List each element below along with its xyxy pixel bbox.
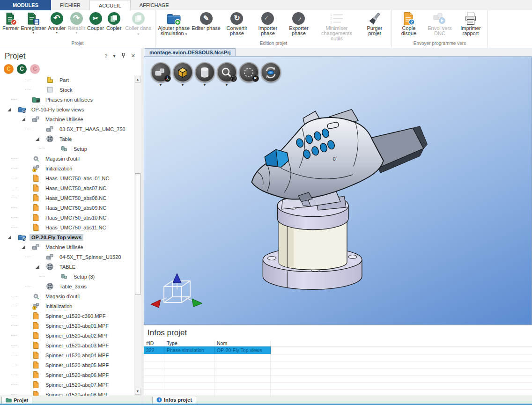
tree-item-spinner-u1520-abq06-mpf[interactable]: Spinner_u1520-abq06.MPF [0,370,134,380]
app-tab-fichier[interactable]: FICHIER [51,0,89,10]
tree-item-spinner-u1520-abq02-mpf[interactable]: Spinner_u1520-abq02.MPF [0,331,134,340]
tree-item-03-5x-tt-haas-umc-750[interactable]: 03-5X_TT_HAAS_UMC_750 [0,124,134,134]
collapse-all-orange-button[interactable]: C [4,64,14,74]
viewport-solid-view-button[interactable]: ▼ [172,62,193,87]
document-tab[interactable]: montage-avion-DESSOUS.NcsPrj [145,48,236,56]
ribbon-group-edition-projet: Ajouter phase simulation ▾ ✎ Editer phas… [155,10,392,48]
tree-item-spinner-u1520-abq04-mpf[interactable]: Spinner_u1520-abq04.MPF [0,350,134,360]
tree-item-spinner-u1520-c360-mpf[interactable]: Spinner_u1520-c360.MPF [0,311,134,321]
column-header-type[interactable]: Type [164,340,214,346]
expander-icon[interactable] [22,245,32,249]
app-tab-affichage[interactable]: AFFICHAGE [131,0,178,10]
svg-text:2: 2 [410,20,413,24]
ribbon-button-undo[interactable]: ↶ Annuler ▼ [47,11,66,35]
tree-item-spinner-u1520-abq05-mpf[interactable]: Spinner_u1520-abq05.MPF [0,360,134,370]
chevron-down-icon[interactable]: ▾ [113,53,116,59]
ribbon-button-print-report[interactable]: Imprimer rapport [455,11,486,36]
ribbon-button-disk-copy[interactable]: 2 Copie disque [393,11,424,36]
tree-item-initialization[interactable]: Initialization [0,163,134,173]
tree-item-table-3axis[interactable]: Table_3axis [0,281,134,291]
tree-item-setup[interactable]: Setup [0,144,134,154]
tree-item-haas-umc750-abs07-nc[interactable]: Haas_UMC750_abs07.NC [0,183,134,193]
tree-item-table[interactable]: TABLE [0,262,134,272]
tree-item-table[interactable]: Table [0,134,134,144]
tree-item-op-20-fly-top-views[interactable]: 5 OP-20-Fly Top views [0,232,134,242]
viewport-3d[interactable]: ▼ ▼ ▼ ▼ ✕ [144,57,532,325]
tree-item-spinner-u1520-abq01-mpf[interactable]: Spinner_u1520-abq01.MPF [0,321,134,331]
tree-item-initialization[interactable]: Initialization [0,301,134,311]
expander-icon[interactable] [7,236,18,239]
tree-item-op-10-fly-below-views[interactable]: 6 OP-10-Fly below views [0,104,134,114]
tree-item-spinner-u1520-abq07-mpf[interactable]: Spinner_u1520-abq07.MPF [0,380,134,390]
viewport-zoom-selection-button[interactable]: ▼ [216,62,237,87]
tree-item-haas-umc750-abs09-nc[interactable]: Haas_UMC750_abs09.NC [0,203,134,213]
ribbon-button-copy[interactable]: Copier [105,11,123,31]
column-header-empty [271,340,532,346]
scroll-thumb[interactable] [135,173,140,295]
viewport-machine-view-button[interactable]: ▼ [150,62,171,87]
viewport-refresh-view-button[interactable] [260,62,281,87]
ribbon-button-cut[interactable]: ✂ Couper [86,11,105,31]
ribbon-button-close-project[interactable]: Fermer [1,11,20,31]
column-header-id[interactable]: #ID [144,340,164,346]
tree-item-spinner-u1520-abq08-mpf[interactable]: Spinner_u1520-abq08.MPF [0,390,134,396]
column-header-nom[interactable]: Nom [214,340,271,346]
tree-item-label: Setup [72,146,89,152]
svg-text:3: 3 [330,21,332,24]
infos-table-empty-row [144,383,532,390]
app-tab-accueil[interactable]: ACCUEIL [89,0,131,10]
tree-item-machine-utilis-e[interactable]: Machine Utilisée [0,114,134,124]
copy-icon [108,11,120,26]
init-icon [32,302,40,310]
viewport-toolbar: ▼ ▼ ▼ ▼ ✕ [150,62,281,87]
infos-table-row[interactable]: 322 Phase simulation OP-20-Fly Top views [144,346,532,354]
ribbon-button-convert-phase[interactable]: ↻ Convertir phase [222,11,252,36]
tree-item-haas-umc750-abs08-nc[interactable]: Haas_UMC750_abs08.NC [0,193,134,203]
scroll-up-button[interactable]: ▲ [135,76,140,83]
collapse-all-green-button[interactable]: C [17,64,27,74]
pin-icon[interactable] [121,53,126,59]
ribbon-button-export-phase[interactable]: → Exporter phase [283,11,314,36]
tree-item-stock[interactable]: Stock [0,85,134,95]
project-panel-title: Projet [5,52,99,61]
tree-item-04-5x-tt-spinner-u1520[interactable]: 04-5X_TT_Spinner_U1520 [0,252,134,262]
scroll-down-button[interactable]: ▼ [135,388,140,395]
tree-item-spinner-u1520-abq03-mpf[interactable]: Spinner_u1520-abq03.MPF [0,340,134,350]
expander-icon[interactable] [36,265,46,269]
nc-file-icon [32,341,40,349]
project-bottom-tab[interactable]: Projet [1,397,32,404]
tree-item-magasin-d-outil[interactable]: Magasin d'outil [0,154,134,163]
tree-item-haas-umc750-abs-01-nc[interactable]: Haas_UMC750_abs_01.NC [0,173,134,183]
app-tab-modules[interactable]: MODULES [0,0,51,10]
ribbon-group-label: Edition projet [156,41,391,47]
tree-item-machine-utilis-e[interactable]: Machine Utilisée [0,242,134,252]
tree-item-part[interactable]: Part [0,75,134,85]
tree-scrollbar[interactable]: ▲ ▼ [134,75,141,396]
viewport-clear-selection-button[interactable]: ✕ [238,62,259,87]
tree-item-haas-umc750-abs11-nc[interactable]: Haas_UMC750_abs11.NC [0,222,134,232]
tree-item-setup-3[interactable]: Setup (3) [0,272,134,281]
tree-item-haas-umc750-abs10-nc[interactable]: Haas_UMC750_abs10.NC [0,213,134,222]
ribbon-button-edit-phase[interactable]: ✎ Editer phase [191,11,222,31]
tree-item-phases-non-utilis-es[interactable]: Phases non utilisées [0,95,134,104]
folder-icon [6,398,12,403]
ribbon-button-save[interactable]: Enregistrer ▼ [20,11,47,35]
tree-item-label: Phases non utilisées [44,96,95,103]
close-icon[interactable]: ✕ [131,53,135,59]
tree-item-label: Stock [58,87,74,93]
expander-icon[interactable] [7,108,18,111]
ribbon-button-purge-project[interactable]: Purger projet [359,11,390,36]
document-tabbar: montage-avion-DESSOUS.NcsPrj [144,48,532,57]
ribbon-button-add-phase-simulation[interactable]: Ajouter phase simulation ▾ [157,11,191,37]
ribbon-button-send-dnc: Envoi vers DNC [424,11,455,36]
viewport-stock-view-button[interactable]: ▼ [194,62,215,87]
machine-icon [46,125,54,133]
infos-bottom-tab[interactable]: i Infos projet [152,397,196,404]
help-icon[interactable]: ? [104,53,107,59]
nc-file-icon [32,174,40,182]
ribbon-button-import-phase[interactable]: → Importer phase [252,11,283,36]
expander-icon[interactable] [36,137,46,141]
tree-item-magasin-d-outil[interactable]: Magasin d'outil [0,291,134,301]
expander-icon[interactable] [22,118,32,121]
tree-item-label: Initialization [44,165,74,172]
